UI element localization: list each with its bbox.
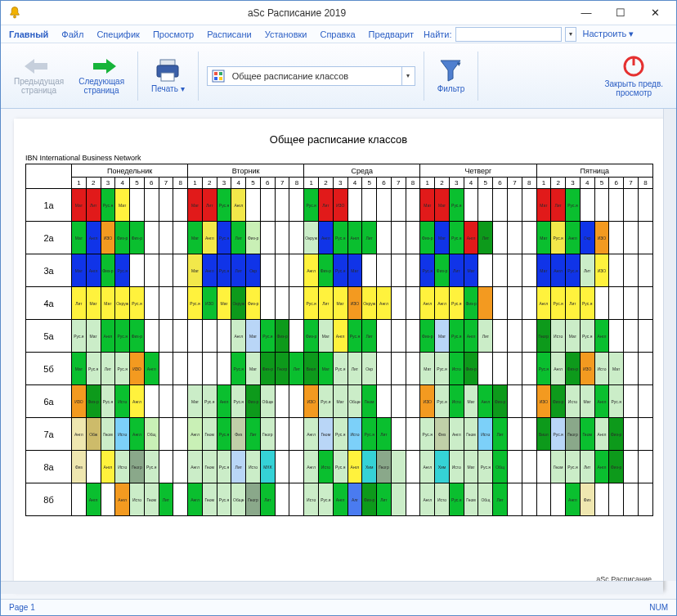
sheet-title: Общее расписание классов [25, 133, 652, 146]
arrow-right-icon [85, 57, 118, 75]
window-title: aSc Расписание 2019 [27, 7, 567, 19]
svg-rect-6 [219, 72, 222, 75]
search-label: Найти: [424, 29, 451, 39]
minimize-button[interactable]: — [572, 4, 601, 22]
close-preview-button[interactable]: Закрыть предв. просмотр [599, 47, 668, 105]
schedule-type-combo[interactable]: Общее расписание классов ▾ [207, 66, 415, 86]
funnel-icon: ▾ [439, 58, 462, 83]
next-page-button[interactable]: Следующая страница [74, 47, 129, 105]
svg-rect-5 [214, 72, 217, 75]
preview-sheet: Общее расписание классов IBN Internation… [14, 119, 663, 590]
org-name: IBN International Business Network [25, 154, 652, 162]
print-button[interactable]: Печать ▾ [146, 47, 190, 105]
svg-rect-8 [219, 77, 222, 80]
filter-button[interactable]: ▾ Фильтр [433, 47, 470, 105]
customize-button[interactable]: Настроить ▾ [576, 29, 641, 39]
tab-file[interactable]: Файл [55, 25, 90, 43]
preview-area: Общее расписание классов IBN Internation… [1, 109, 676, 599]
svg-text:▾: ▾ [457, 60, 461, 68]
printer-icon [154, 58, 182, 83]
app-icon [7, 6, 22, 20]
tab-help[interactable]: Справка [313, 25, 361, 43]
tab-schedule[interactable]: Расписани [200, 25, 258, 43]
tab-specific[interactable]: Специфик [90, 25, 146, 43]
maximize-button[interactable]: ☐ [606, 4, 635, 22]
scrollbar-vertical[interactable] [663, 109, 676, 581]
titlebar: aSc Расписание 2019 — ☐ ✕ [1, 1, 676, 25]
tab-preview[interactable]: Предварит [362, 25, 420, 43]
svg-rect-7 [214, 77, 217, 80]
status-num: NUM [649, 603, 668, 612]
search-dropdown-icon[interactable]: ▾ [565, 27, 576, 42]
menubar: Главный Файл Специфик Просмотр Расписани… [1, 25, 676, 43]
scrollbar-horizontal[interactable] [1, 581, 663, 594]
separator [424, 52, 424, 101]
schedule-combo-icon [210, 68, 226, 84]
svg-rect-1 [160, 60, 175, 65]
ribbon: Предыдущая страница Следующая страница П… [1, 43, 676, 109]
separator [198, 52, 199, 101]
search-box: Найти: ▾ [424, 27, 576, 42]
prev-page-button[interactable]: Предыдущая страница [9, 47, 69, 105]
tab-settings[interactable]: Установки [258, 25, 314, 43]
close-button[interactable]: ✕ [640, 4, 670, 22]
tab-main[interactable]: Главный [2, 25, 55, 43]
arrow-left-icon [23, 57, 56, 75]
tab-view[interactable]: Просмотр [146, 25, 200, 43]
svg-rect-3 [161, 73, 174, 81]
statusbar: Page 1 NUM [1, 599, 676, 615]
svg-point-0 [14, 16, 16, 18]
search-input[interactable] [455, 27, 562, 42]
separator [137, 52, 138, 101]
timetable: ПонедельникВторникСредаЧетвергПятница123… [25, 164, 653, 516]
power-icon [622, 55, 645, 78]
chevron-down-icon[interactable]: ▾ [401, 67, 415, 85]
schedule-combo-text: Общее расписание классов [229, 71, 401, 81]
separator [477, 52, 478, 101]
status-page: Page 1 [9, 603, 35, 612]
